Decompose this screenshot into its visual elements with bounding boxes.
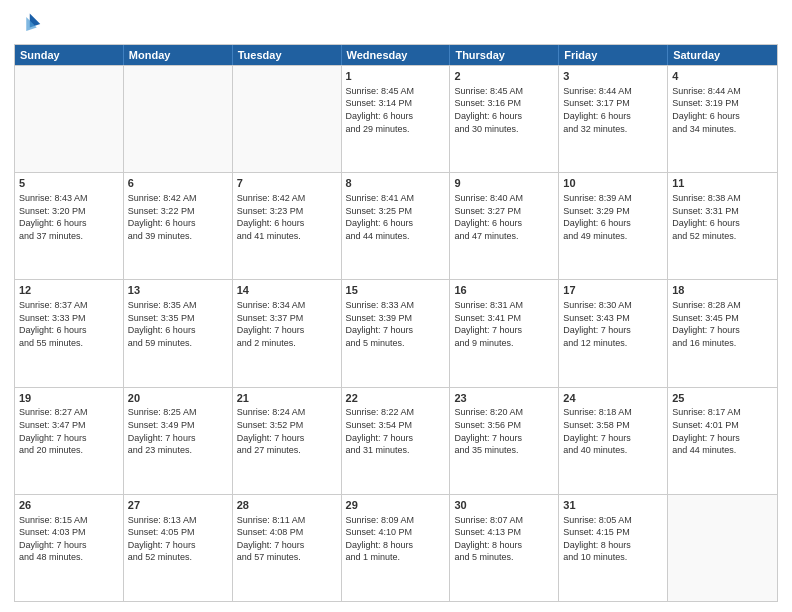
day-number: 1: [346, 69, 446, 84]
day-info: Sunrise: 8:45 AM Sunset: 3:14 PM Dayligh…: [346, 85, 446, 135]
header-day-sunday: Sunday: [15, 45, 124, 65]
empty-cell-0-2: [233, 66, 342, 172]
day-cell-22: 22Sunrise: 8:22 AM Sunset: 3:54 PM Dayli…: [342, 388, 451, 494]
day-number: 24: [563, 391, 663, 406]
day-number: 7: [237, 176, 337, 191]
day-number: 2: [454, 69, 554, 84]
day-number: 4: [672, 69, 773, 84]
day-cell-14: 14Sunrise: 8:34 AM Sunset: 3:37 PM Dayli…: [233, 280, 342, 386]
day-cell-27: 27Sunrise: 8:13 AM Sunset: 4:05 PM Dayli…: [124, 495, 233, 601]
calendar-row-3: 19Sunrise: 8:27 AM Sunset: 3:47 PM Dayli…: [15, 387, 777, 494]
day-cell-8: 8Sunrise: 8:41 AM Sunset: 3:25 PM Daylig…: [342, 173, 451, 279]
day-number: 27: [128, 498, 228, 513]
day-info: Sunrise: 8:43 AM Sunset: 3:20 PM Dayligh…: [19, 192, 119, 242]
day-info: Sunrise: 8:20 AM Sunset: 3:56 PM Dayligh…: [454, 406, 554, 456]
day-number: 23: [454, 391, 554, 406]
day-info: Sunrise: 8:34 AM Sunset: 3:37 PM Dayligh…: [237, 299, 337, 349]
header-day-saturday: Saturday: [668, 45, 777, 65]
day-cell-18: 18Sunrise: 8:28 AM Sunset: 3:45 PM Dayli…: [668, 280, 777, 386]
day-cell-16: 16Sunrise: 8:31 AM Sunset: 3:41 PM Dayli…: [450, 280, 559, 386]
day-number: 9: [454, 176, 554, 191]
day-info: Sunrise: 8:28 AM Sunset: 3:45 PM Dayligh…: [672, 299, 773, 349]
day-cell-13: 13Sunrise: 8:35 AM Sunset: 3:35 PM Dayli…: [124, 280, 233, 386]
header-day-thursday: Thursday: [450, 45, 559, 65]
calendar-row-1: 5Sunrise: 8:43 AM Sunset: 3:20 PM Daylig…: [15, 172, 777, 279]
day-number: 28: [237, 498, 337, 513]
day-cell-4: 4Sunrise: 8:44 AM Sunset: 3:19 PM Daylig…: [668, 66, 777, 172]
day-cell-21: 21Sunrise: 8:24 AM Sunset: 3:52 PM Dayli…: [233, 388, 342, 494]
calendar-row-2: 12Sunrise: 8:37 AM Sunset: 3:33 PM Dayli…: [15, 279, 777, 386]
header-day-wednesday: Wednesday: [342, 45, 451, 65]
day-number: 12: [19, 283, 119, 298]
day-number: 17: [563, 283, 663, 298]
day-cell-20: 20Sunrise: 8:25 AM Sunset: 3:49 PM Dayli…: [124, 388, 233, 494]
day-info: Sunrise: 8:07 AM Sunset: 4:13 PM Dayligh…: [454, 514, 554, 564]
day-cell-11: 11Sunrise: 8:38 AM Sunset: 3:31 PM Dayli…: [668, 173, 777, 279]
header: [14, 10, 778, 38]
logo: [14, 10, 46, 38]
day-cell-31: 31Sunrise: 8:05 AM Sunset: 4:15 PM Dayli…: [559, 495, 668, 601]
day-cell-25: 25Sunrise: 8:17 AM Sunset: 4:01 PM Dayli…: [668, 388, 777, 494]
page: SundayMondayTuesdayWednesdayThursdayFrid…: [0, 0, 792, 612]
day-info: Sunrise: 8:38 AM Sunset: 3:31 PM Dayligh…: [672, 192, 773, 242]
day-info: Sunrise: 8:22 AM Sunset: 3:54 PM Dayligh…: [346, 406, 446, 456]
empty-cell-4-6: [668, 495, 777, 601]
day-number: 22: [346, 391, 446, 406]
day-number: 30: [454, 498, 554, 513]
day-cell-5: 5Sunrise: 8:43 AM Sunset: 3:20 PM Daylig…: [15, 173, 124, 279]
day-number: 13: [128, 283, 228, 298]
day-number: 21: [237, 391, 337, 406]
day-info: Sunrise: 8:25 AM Sunset: 3:49 PM Dayligh…: [128, 406, 228, 456]
day-cell-23: 23Sunrise: 8:20 AM Sunset: 3:56 PM Dayli…: [450, 388, 559, 494]
day-number: 15: [346, 283, 446, 298]
day-info: Sunrise: 8:40 AM Sunset: 3:27 PM Dayligh…: [454, 192, 554, 242]
day-number: 5: [19, 176, 119, 191]
day-info: Sunrise: 8:42 AM Sunset: 3:23 PM Dayligh…: [237, 192, 337, 242]
day-number: 20: [128, 391, 228, 406]
day-number: 18: [672, 283, 773, 298]
empty-cell-0-1: [124, 66, 233, 172]
calendar-header: SundayMondayTuesdayWednesdayThursdayFrid…: [15, 45, 777, 65]
calendar: SundayMondayTuesdayWednesdayThursdayFrid…: [14, 44, 778, 602]
day-cell-26: 26Sunrise: 8:15 AM Sunset: 4:03 PM Dayli…: [15, 495, 124, 601]
header-day-tuesday: Tuesday: [233, 45, 342, 65]
calendar-row-0: 1Sunrise: 8:45 AM Sunset: 3:14 PM Daylig…: [15, 65, 777, 172]
day-number: 6: [128, 176, 228, 191]
day-info: Sunrise: 8:31 AM Sunset: 3:41 PM Dayligh…: [454, 299, 554, 349]
day-cell-24: 24Sunrise: 8:18 AM Sunset: 3:58 PM Dayli…: [559, 388, 668, 494]
day-number: 14: [237, 283, 337, 298]
day-number: 31: [563, 498, 663, 513]
day-number: 26: [19, 498, 119, 513]
day-info: Sunrise: 8:35 AM Sunset: 3:35 PM Dayligh…: [128, 299, 228, 349]
day-cell-6: 6Sunrise: 8:42 AM Sunset: 3:22 PM Daylig…: [124, 173, 233, 279]
day-info: Sunrise: 8:33 AM Sunset: 3:39 PM Dayligh…: [346, 299, 446, 349]
day-cell-30: 30Sunrise: 8:07 AM Sunset: 4:13 PM Dayli…: [450, 495, 559, 601]
day-number: 10: [563, 176, 663, 191]
day-info: Sunrise: 8:18 AM Sunset: 3:58 PM Dayligh…: [563, 406, 663, 456]
day-cell-19: 19Sunrise: 8:27 AM Sunset: 3:47 PM Dayli…: [15, 388, 124, 494]
day-number: 16: [454, 283, 554, 298]
day-cell-9: 9Sunrise: 8:40 AM Sunset: 3:27 PM Daylig…: [450, 173, 559, 279]
day-info: Sunrise: 8:05 AM Sunset: 4:15 PM Dayligh…: [563, 514, 663, 564]
calendar-body: 1Sunrise: 8:45 AM Sunset: 3:14 PM Daylig…: [15, 65, 777, 601]
day-cell-29: 29Sunrise: 8:09 AM Sunset: 4:10 PM Dayli…: [342, 495, 451, 601]
day-info: Sunrise: 8:41 AM Sunset: 3:25 PM Dayligh…: [346, 192, 446, 242]
day-info: Sunrise: 8:24 AM Sunset: 3:52 PM Dayligh…: [237, 406, 337, 456]
day-info: Sunrise: 8:17 AM Sunset: 4:01 PM Dayligh…: [672, 406, 773, 456]
day-number: 19: [19, 391, 119, 406]
day-info: Sunrise: 8:30 AM Sunset: 3:43 PM Dayligh…: [563, 299, 663, 349]
day-info: Sunrise: 8:39 AM Sunset: 3:29 PM Dayligh…: [563, 192, 663, 242]
day-number: 29: [346, 498, 446, 513]
day-info: Sunrise: 8:27 AM Sunset: 3:47 PM Dayligh…: [19, 406, 119, 456]
calendar-row-4: 26Sunrise: 8:15 AM Sunset: 4:03 PM Dayli…: [15, 494, 777, 601]
day-info: Sunrise: 8:15 AM Sunset: 4:03 PM Dayligh…: [19, 514, 119, 564]
day-info: Sunrise: 8:09 AM Sunset: 4:10 PM Dayligh…: [346, 514, 446, 564]
day-cell-28: 28Sunrise: 8:11 AM Sunset: 4:08 PM Dayli…: [233, 495, 342, 601]
day-cell-17: 17Sunrise: 8:30 AM Sunset: 3:43 PM Dayli…: [559, 280, 668, 386]
day-number: 8: [346, 176, 446, 191]
day-number: 25: [672, 391, 773, 406]
header-day-friday: Friday: [559, 45, 668, 65]
day-cell-2: 2Sunrise: 8:45 AM Sunset: 3:16 PM Daylig…: [450, 66, 559, 172]
day-number: 11: [672, 176, 773, 191]
day-info: Sunrise: 8:13 AM Sunset: 4:05 PM Dayligh…: [128, 514, 228, 564]
